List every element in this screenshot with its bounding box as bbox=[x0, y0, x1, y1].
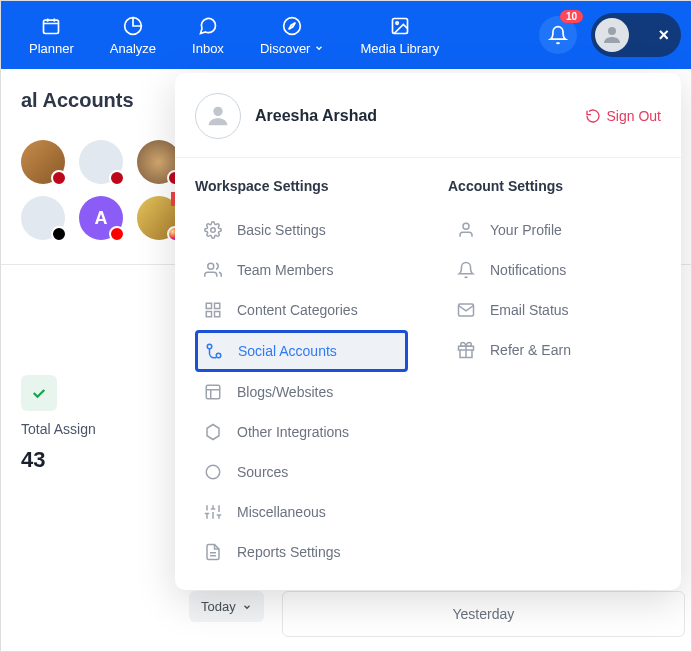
bell-icon bbox=[456, 260, 476, 280]
menu-refer-earn[interactable]: Refer & Earn bbox=[448, 330, 661, 370]
compass-icon bbox=[281, 15, 303, 37]
svg-point-1 bbox=[284, 17, 301, 34]
account-settings-header: Account Settings bbox=[448, 178, 661, 194]
today-filter-label: Today bbox=[201, 599, 236, 614]
svg-point-6 bbox=[213, 107, 222, 116]
svg-rect-12 bbox=[206, 312, 211, 317]
notifications-button[interactable]: 10 bbox=[539, 16, 577, 54]
stat-label: Total Assign bbox=[21, 421, 96, 437]
menu-basic-settings[interactable]: Basic Settings bbox=[195, 210, 408, 250]
svg-point-31 bbox=[463, 223, 469, 229]
menu-label: Team Members bbox=[237, 262, 333, 278]
svg-rect-11 bbox=[215, 312, 220, 317]
account-avatar[interactable] bbox=[21, 196, 65, 240]
today-filter[interactable]: Today bbox=[189, 591, 264, 622]
menu-miscellaneous[interactable]: Miscellaneous bbox=[195, 492, 408, 532]
nav-inbox-label: Inbox bbox=[192, 41, 224, 56]
sign-out-button[interactable]: Sign Out bbox=[585, 108, 661, 124]
nav-analyze-label: Analyze bbox=[110, 41, 156, 56]
menu-label: Basic Settings bbox=[237, 222, 326, 238]
chevron-down-icon bbox=[242, 602, 252, 612]
svg-rect-10 bbox=[215, 303, 220, 308]
stat-value: 43 bbox=[21, 447, 45, 473]
sliders-icon bbox=[203, 502, 223, 522]
circle-icon bbox=[203, 462, 223, 482]
sign-out-icon bbox=[585, 108, 601, 124]
top-nav: Planner Analyze Inbox Discover Media Lib… bbox=[1, 1, 691, 69]
menu-label: Other Integrations bbox=[237, 424, 349, 440]
pinterest-icon bbox=[51, 170, 67, 186]
gear-icon bbox=[203, 220, 223, 240]
menu-team-members[interactable]: Team Members bbox=[195, 250, 408, 290]
menu-label: Your Profile bbox=[490, 222, 562, 238]
svg-marker-2 bbox=[289, 22, 296, 29]
menu-label: Notifications bbox=[490, 262, 566, 278]
nav-media-library[interactable]: Media Library bbox=[342, 15, 457, 56]
nav-planner[interactable]: Planner bbox=[11, 15, 92, 56]
account-settings-col: Account Settings Your Profile Notificati… bbox=[448, 178, 661, 572]
svg-point-19 bbox=[206, 465, 220, 479]
nav-inbox[interactable]: Inbox bbox=[174, 15, 242, 56]
pie-chart-icon bbox=[122, 15, 144, 37]
lower-bar: Today Yesterday bbox=[189, 591, 685, 637]
gift-icon bbox=[456, 340, 476, 360]
svg-rect-9 bbox=[206, 303, 211, 308]
yesterday-label: Yesterday bbox=[452, 606, 514, 622]
menu-label: Blogs/Websites bbox=[237, 384, 333, 400]
youtube-icon bbox=[109, 226, 125, 242]
menu-other-integrations[interactable]: Other Integrations bbox=[195, 412, 408, 452]
menu-blogs-websites[interactable]: Blogs/Websites bbox=[195, 372, 408, 412]
nav-planner-label: Planner bbox=[29, 41, 74, 56]
svg-point-14 bbox=[216, 353, 221, 358]
close-icon: × bbox=[658, 25, 669, 46]
svg-point-13 bbox=[207, 344, 212, 349]
nav-media-label: Media Library bbox=[360, 41, 439, 56]
menu-label: Miscellaneous bbox=[237, 504, 326, 520]
pinterest-icon bbox=[109, 170, 125, 186]
menu-label: Refer & Earn bbox=[490, 342, 571, 358]
svg-point-7 bbox=[211, 228, 216, 233]
svg-point-4 bbox=[396, 21, 399, 23]
user-name: Areesha Arshad bbox=[255, 107, 377, 125]
user-menu-dropdown: Areesha Arshad Sign Out Workspace Settin… bbox=[175, 73, 681, 590]
workspace-settings-header: Workspace Settings bbox=[195, 178, 408, 194]
nav-analyze[interactable]: Analyze bbox=[92, 15, 174, 56]
menu-label: Email Status bbox=[490, 302, 569, 318]
bell-icon bbox=[548, 25, 568, 45]
menu-your-profile[interactable]: Your Profile bbox=[448, 210, 661, 250]
svg-rect-15 bbox=[206, 385, 220, 399]
svg-marker-18 bbox=[207, 425, 219, 440]
sign-out-label: Sign Out bbox=[607, 108, 661, 124]
nav-discover-label: Discover bbox=[260, 41, 311, 56]
account-avatar[interactable] bbox=[79, 140, 123, 184]
image-icon bbox=[389, 15, 411, 37]
nav-discover[interactable]: Discover bbox=[242, 15, 343, 56]
svg-point-8 bbox=[208, 263, 214, 269]
menu-social-accounts[interactable]: Social Accounts bbox=[195, 330, 408, 372]
grid-icon bbox=[203, 300, 223, 320]
check-box bbox=[21, 375, 57, 411]
avatar bbox=[595, 18, 629, 52]
menu-label: Social Accounts bbox=[238, 343, 337, 359]
check-icon bbox=[30, 384, 48, 402]
branch-icon bbox=[204, 341, 224, 361]
menu-content-categories[interactable]: Content Categories bbox=[195, 290, 408, 330]
notification-badge: 10 bbox=[560, 10, 583, 23]
dropdown-header: Areesha Arshad Sign Out bbox=[175, 73, 681, 158]
mail-icon bbox=[456, 300, 476, 320]
dropdown-body: Workspace Settings Basic Settings Team M… bbox=[175, 158, 681, 578]
users-icon bbox=[203, 260, 223, 280]
avatar bbox=[195, 93, 241, 139]
workspace-settings-col: Workspace Settings Basic Settings Team M… bbox=[195, 178, 408, 572]
menu-sources[interactable]: Sources bbox=[195, 452, 408, 492]
menu-label: Sources bbox=[237, 464, 288, 480]
menu-email-status[interactable]: Email Status bbox=[448, 290, 661, 330]
account-avatar[interactable] bbox=[21, 140, 65, 184]
menu-notifications[interactable]: Notifications bbox=[448, 250, 661, 290]
menu-label: Reports Settings bbox=[237, 544, 341, 560]
file-icon bbox=[203, 542, 223, 562]
account-avatar[interactable]: A bbox=[79, 196, 123, 240]
layout-icon bbox=[203, 382, 223, 402]
profile-menu-button[interactable]: × bbox=[591, 13, 681, 57]
menu-reports-settings[interactable]: Reports Settings bbox=[195, 532, 408, 572]
